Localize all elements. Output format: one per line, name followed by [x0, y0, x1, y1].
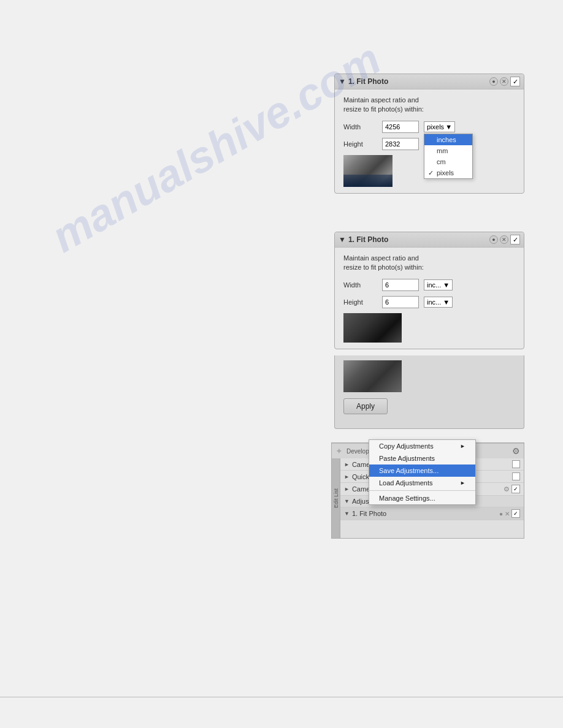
star-icon: ✦	[335, 446, 343, 456]
height-label-2: Height	[343, 298, 377, 306]
fit-photo-controls: ● ✕ ✓	[499, 509, 520, 518]
unit-label-2b: inc... ▼	[427, 298, 450, 306]
dropdown-cm[interactable]: cm	[424, 156, 472, 167]
width-row-1: Width pixels ▼ inches mm cm pixels	[343, 121, 515, 133]
fit-photo-x: ✕	[505, 510, 510, 517]
dropdown-pixels[interactable]: pixels	[424, 167, 472, 178]
camera-arrow: ►	[344, 461, 350, 468]
panel-arrow-1: ▼	[339, 77, 346, 86]
camera-lens-controls: ⚙ ✓	[504, 485, 520, 493]
quick-fix-controls	[512, 472, 520, 480]
panel-body-2: Maintain aspect ratio and resize to fit …	[335, 248, 524, 349]
panel-title-1: ▼ 1. Fit Photo	[339, 77, 388, 86]
dropdown-mm[interactable]: mm	[424, 145, 472, 156]
load-adjustments-item[interactable]: Load Adjustments ►	[369, 477, 475, 489]
panel-title-text-1: 1. Fit Photo	[348, 77, 388, 86]
width-label-2: Width	[343, 281, 377, 289]
camera-checkbox[interactable]	[512, 460, 520, 468]
panel-content-area: Edit List ► Camera U... ► Quick Fix	[332, 458, 524, 538]
fit-photo-arrow: ▼	[344, 510, 350, 517]
camera-lens-checkbox[interactable]: ✓	[511, 485, 520, 493]
unit-dropdown-trigger-2[interactable]: inc... ▼	[424, 279, 453, 290]
panel-checkmark-1[interactable]: ✓	[510, 77, 520, 86]
context-menu-separator	[369, 490, 475, 491]
edit-list-sidebar: Edit List	[332, 458, 340, 538]
edit-list-label: Edit List	[333, 488, 339, 508]
copy-adjustments-arrow: ►	[460, 443, 465, 449]
unit-dropdown-trigger-2b[interactable]: inc... ▼	[424, 297, 453, 308]
panel-dot-btn-2[interactable]: ●	[489, 235, 498, 244]
unit-dropdown-arrow-1: ▼	[445, 123, 452, 131]
height-input-1[interactable]	[382, 138, 419, 150]
paste-adjustments-item[interactable]: Paste Adjustments	[369, 452, 475, 464]
copy-adjustments-item[interactable]: Copy Adjustments ►	[369, 440, 475, 452]
bottom-panel-container: ✦ Develop ⚙ Edit List ► Camera U...	[331, 442, 524, 539]
dropdown-inches[interactable]: inches	[424, 134, 472, 145]
quick-fix-arrow: ►	[344, 474, 350, 480]
preview-image-3	[343, 360, 402, 392]
panel-header-1: ▼ 1. Fit Photo ● ✕ ✓	[335, 74, 524, 89]
panel-title-2: ▼ 1. Fit Photo	[339, 235, 388, 244]
panel-controls-1: ● ✕ ✓	[489, 77, 520, 86]
width-input-2[interactable]	[382, 279, 419, 291]
copy-adjustments-label: Copy Adjustments	[379, 442, 434, 450]
manage-settings-item[interactable]: Manage Settings...	[369, 492, 475, 504]
width-input-1[interactable]	[382, 121, 419, 133]
panel-description-2: Maintain aspect ratio and resize to fit …	[343, 254, 515, 273]
panel-title-text-2: 1. Fit Photo	[348, 235, 388, 244]
apply-area: Apply	[334, 355, 524, 429]
unit-label-2: inc... ▼	[427, 281, 450, 289]
fit-photo-section-row: ▼ 1. Fit Photo ● ✕ ✓	[340, 507, 524, 520]
preview-image-2	[343, 313, 402, 343]
gear-icon[interactable]: ⚙	[512, 446, 520, 456]
fit-photo-label: 1. Fit Photo	[352, 510, 497, 517]
unit-dropdown-trigger-1[interactable]: pixels ▼	[424, 121, 455, 132]
panel-fit-photo-1: ▼ 1. Fit Photo ● ✕ ✓ Maintain aspect rat…	[334, 74, 524, 194]
panel-header-2: ▼ 1. Fit Photo ● ✕ ✓	[335, 232, 524, 248]
panel-body-1: Maintain aspect ratio and resize to fit …	[335, 89, 524, 193]
panel-close-btn-2[interactable]: ✕	[500, 235, 508, 244]
unit-dropdown-menu-1: inches mm cm pixels	[424, 134, 473, 179]
adjust-arrow: ▼	[344, 498, 350, 504]
panel-close-btn-1[interactable]: ✕	[500, 77, 508, 86]
panel-checkmark-2[interactable]: ✓	[510, 235, 520, 245]
preview-image-1	[343, 155, 393, 187]
height-input-2[interactable]	[382, 296, 419, 308]
panel-description-1: Maintain aspect ratio and resize to fit …	[343, 96, 515, 115]
bottom-divider	[0, 697, 563, 697]
camera-lens-arrow: ►	[344, 486, 350, 492]
quick-fix-checkbox[interactable]	[512, 472, 520, 480]
panel-fit-photo-2: ▼ 1. Fit Photo ● ✕ ✓ Maintain aspect rat…	[334, 232, 524, 349]
panel-dot-btn-1[interactable]: ●	[489, 77, 498, 86]
camera-controls	[512, 460, 520, 468]
panel-controls-2: ● ✕ ✓	[489, 235, 520, 245]
camera-lens-settings-icon: ⚙	[504, 485, 510, 493]
panel-arrow-2: ▼	[339, 235, 346, 244]
width-label-1: Width	[343, 123, 377, 131]
width-row-2: Width inc... ▼	[343, 279, 515, 291]
save-adjustments-item[interactable]: Save Adjustments...	[369, 464, 475, 477]
manage-settings-label: Manage Settings...	[379, 495, 435, 502]
apply-section: Apply	[335, 355, 524, 419]
load-adjustments-label: Load Adjustments	[379, 479, 432, 487]
apply-button[interactable]: Apply	[343, 398, 388, 414]
height-label-1: Height	[343, 140, 377, 148]
save-adjustments-label: Save Adjustments...	[379, 467, 439, 474]
unit-label-1: pixels	[427, 123, 444, 131]
context-menu: Copy Adjustments ► Paste Adjustments Sav…	[369, 439, 476, 505]
paste-adjustments-label: Paste Adjustments	[379, 455, 435, 462]
fit-photo-dot: ●	[499, 510, 503, 517]
load-adjustments-arrow: ►	[460, 480, 465, 486]
fit-photo-checkbox[interactable]: ✓	[511, 509, 520, 518]
height-row-2: Height inc... ▼	[343, 296, 515, 308]
